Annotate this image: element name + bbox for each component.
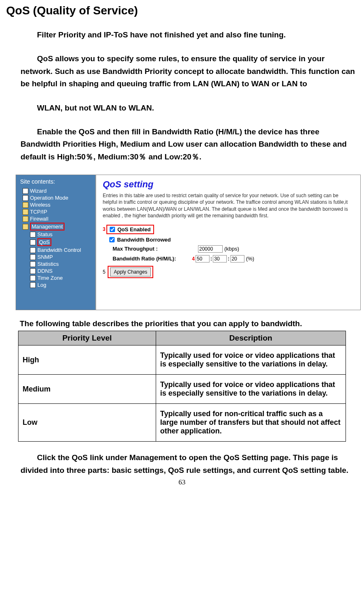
closing-paragraph: Click the QoS link under Management to o…: [8, 451, 356, 477]
table-cell-desc: Typically used for voice or video applic…: [156, 346, 346, 375]
page-icon: [30, 240, 36, 245]
intro-paragraph-4: Enable the QoS and then fill in Bandwidt…: [8, 126, 356, 163]
ratio-unit: (%): [246, 256, 254, 262]
sidebar-item-operation-mode[interactable]: Operation Mode: [21, 194, 95, 201]
marker-3: 3: [103, 226, 106, 232]
table-head-level: Priority Level: [18, 331, 156, 346]
bandwidth-ratio-label: Bandwidth Ratio (H/M/L):: [103, 256, 177, 262]
sidebar-item-label: Statistics: [37, 261, 59, 267]
bandwidth-borrowed-row: Bandwidth Borrowed: [103, 237, 356, 243]
table-row: High Typically used for voice or video a…: [18, 346, 346, 375]
sidebar-item-label: Bandwidth Control: [37, 247, 81, 253]
sidebar: Site contents: WizardOperation ModeWirel…: [16, 175, 96, 310]
folder-icon: [23, 209, 28, 215]
table-cell-desc: Typically used for non-critical traffic …: [156, 404, 346, 442]
sidebar-item-label: SNMP: [37, 254, 53, 260]
sidebar-item-qos[interactable]: QoS: [28, 238, 95, 246]
apply-changes-button[interactable]: Apply Changes: [110, 267, 151, 276]
sidebar-item-label: Operation Mode: [30, 195, 68, 201]
page-icon: [23, 195, 28, 201]
marker-5: 5: [103, 269, 108, 275]
table-cell-desc: Typically used for voice or video applic…: [156, 375, 346, 404]
ratio-high-input[interactable]: [196, 255, 210, 263]
max-throughput-unit: (kbps): [224, 246, 239, 252]
page-icon: [30, 232, 36, 237]
sidebar-item-label: Management: [30, 223, 65, 230]
page-icon: [30, 247, 36, 253]
ratio-sep-1: :: [210, 256, 213, 262]
sidebar-item-management[interactable]: Management: [21, 222, 95, 231]
apply-row: 5 Apply Changes: [103, 266, 356, 278]
bandwidth-borrowed-label: Bandwidth Borrowed: [117, 237, 171, 243]
page-icon: [30, 261, 36, 267]
sidebar-title: Site contents:: [16, 178, 95, 185]
page-icon: [30, 254, 36, 260]
page-title: QoS (Quality of Service): [6, 4, 356, 17]
qos-enabled-label: QoS Enabled: [117, 226, 151, 233]
sidebar-item-label: QoS: [37, 238, 51, 246]
sidebar-item-status[interactable]: Status: [28, 231, 95, 238]
table-cell-level: Low: [18, 404, 156, 442]
max-throughput-label: Max Throughput :: [103, 246, 177, 252]
max-throughput-row: Max Throughput : (kbps): [103, 245, 356, 253]
sidebar-item-label: Log: [37, 282, 46, 288]
marker-4: 4: [177, 256, 195, 262]
max-throughput-input[interactable]: [198, 245, 223, 253]
ratio-low-input[interactable]: [230, 255, 244, 263]
table-cell-level: Medium: [18, 375, 156, 404]
table-lead: The following table describes the priori…: [8, 319, 356, 328]
table-row: Medium Typically used for voice or video…: [18, 375, 346, 404]
ratio-medium-input[interactable]: [213, 255, 227, 263]
sidebar-item-time-zone[interactable]: Time Zone: [28, 274, 95, 281]
sidebar-item-label: Status: [37, 231, 53, 237]
page-icon: [23, 188, 28, 194]
panel-description: Entries in this table are used to restri…: [103, 192, 356, 219]
sidebar-item-wizard[interactable]: Wizard: [21, 187, 95, 194]
panel-title: QoS setting: [103, 179, 356, 190]
intro-paragraph-2: QoS allows you to specify some rules, to…: [8, 53, 356, 90]
sidebar-item-label: TCP/IP: [30, 209, 47, 215]
sidebar-item-label: Wireless: [30, 202, 51, 208]
sidebar-item-statistics[interactable]: Statistics: [28, 260, 95, 267]
ratio-sep-2: :: [227, 256, 230, 262]
sidebar-item-ddns[interactable]: DDNS: [28, 267, 95, 274]
sidebar-item-bandwidth-control[interactable]: Bandwidth Control: [28, 246, 95, 253]
table-row: Low Typically used for non-critical traf…: [18, 404, 346, 442]
sidebar-item-tcp-ip[interactable]: TCP/IP: [21, 208, 95, 215]
main-panel: QoS setting Entries in this table are us…: [96, 175, 360, 310]
embedded-screenshot: Site contents: WizardOperation ModeWirel…: [8, 175, 356, 310]
sidebar-item-label: DDNS: [37, 268, 53, 274]
sidebar-item-label: Firewall: [30, 216, 48, 222]
sidebar-item-label: Wizard: [30, 188, 46, 194]
qos-enabled-row: 3 QoS Enabled: [103, 225, 356, 234]
bandwidth-ratio-row: Bandwidth Ratio (H/M/L): 4 : : (%): [103, 255, 356, 263]
page-icon: [30, 268, 36, 274]
folder-icon: [23, 224, 28, 230]
page-icon: [30, 275, 36, 281]
sidebar-item-snmp[interactable]: SNMP: [28, 253, 95, 260]
folder-icon: [23, 202, 28, 208]
bandwidth-borrowed-checkbox[interactable]: [109, 237, 115, 242]
sidebar-item-log[interactable]: Log: [28, 281, 95, 288]
intro-paragraph-1: Filter Priority and IP-ToS have not fini…: [8, 29, 356, 41]
folder-icon: [23, 216, 28, 222]
page-icon: [30, 282, 36, 288]
qos-enabled-checkbox[interactable]: [110, 227, 115, 232]
table-cell-level: High: [18, 346, 156, 375]
page-number: 63: [8, 478, 356, 486]
sidebar-item-firewall[interactable]: Firewall: [21, 215, 95, 222]
table-head-desc: Description: [156, 331, 346, 346]
sidebar-item-label: Time Zone: [37, 275, 63, 281]
intro-paragraph-3: WLAN, but not WLAN to WLAN.: [8, 102, 356, 114]
priority-table: Priority Level Description High Typicall…: [18, 331, 346, 442]
sidebar-item-wireless[interactable]: Wireless: [21, 201, 95, 208]
